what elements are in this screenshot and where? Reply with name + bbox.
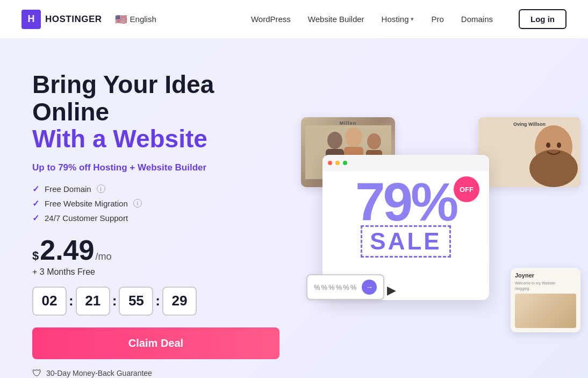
joyner-image xyxy=(515,294,576,328)
timer-minutes: 21 xyxy=(76,287,110,316)
oving-image xyxy=(478,117,580,187)
off-badge: OFF xyxy=(454,176,479,202)
logo-icon: H xyxy=(21,10,41,29)
feature-domain: ✓ Free Domain i xyxy=(32,184,279,194)
price-block: $ 2.49 /mo xyxy=(32,236,279,264)
subline: Up to 79% off Hosting + Website Builder xyxy=(32,162,279,173)
timer-sep3: : xyxy=(155,293,160,309)
card-topbar xyxy=(322,155,489,171)
timer-hours: 02 xyxy=(32,287,67,316)
card-oving-inner: Oving Willson xyxy=(478,117,580,187)
discount-pct: 79% xyxy=(58,162,76,173)
countdown-timer: 02 : 21 : 55 : 29 xyxy=(32,287,279,316)
check-icon: ✓ xyxy=(32,198,39,209)
svg-point-9 xyxy=(529,149,578,187)
svg-point-1 xyxy=(327,132,342,149)
shield-icon: 🛡 xyxy=(32,368,42,378)
language-label: English xyxy=(130,15,156,24)
price-mo: /mo xyxy=(95,251,111,262)
joyner-subtext: Welcome to my Websiteblogging. xyxy=(515,281,576,291)
card-oving-label: Oving Willson xyxy=(513,122,546,127)
card-millen-label: Millen xyxy=(340,120,357,126)
headline-line1: Bring Your Idea Online xyxy=(32,71,279,125)
card-input-row[interactable]: %%%%%% → xyxy=(306,274,384,300)
card-oving: Oving Willson xyxy=(478,117,580,187)
timer-sep1: : xyxy=(69,293,74,309)
logo-text: HOSTINGER xyxy=(45,14,102,25)
check-icon: ✓ xyxy=(32,184,39,194)
svg-point-3 xyxy=(345,127,362,147)
input-placeholder: %%%%%% xyxy=(314,283,357,291)
svg-point-11 xyxy=(557,142,561,148)
chevron-down-icon: ▾ xyxy=(411,16,414,23)
arrow-button[interactable]: → xyxy=(362,280,377,295)
nav-website-builder[interactable]: Website Builder xyxy=(308,15,364,24)
feature-migration: ✓ Free Website Migration i xyxy=(32,198,279,209)
nav-wordpress[interactable]: WordPress xyxy=(251,15,291,24)
cursor-icon: ▶ xyxy=(387,283,396,297)
price-free-months: + 3 Months Free xyxy=(32,267,279,277)
login-button[interactable]: Log in xyxy=(519,9,567,29)
hero-left: Bring Your Idea Online With a Website Up… xyxy=(32,71,279,378)
claim-deal-button[interactable]: Claim Deal xyxy=(32,327,279,359)
nav-domains[interactable]: Domains xyxy=(461,15,493,24)
check-icon: ✓ xyxy=(32,213,39,223)
navbar: H HOSTINGER 🇺🇸 English WordPress Website… xyxy=(0,0,588,39)
svg-point-5 xyxy=(367,133,381,149)
hero-right: Millen xyxy=(279,117,580,332)
feature-support: ✓ 24/7 Customer Support xyxy=(32,213,279,223)
dot-red xyxy=(328,161,332,165)
language-selector[interactable]: 🇺🇸 English xyxy=(115,13,156,25)
price-main: 2.49 xyxy=(40,236,94,264)
card-joyner: Joyner Welcome to my Websiteblogging. xyxy=(511,268,580,332)
card-sale-body: OFF 79% SALE xyxy=(322,171,489,263)
dot-green xyxy=(343,161,347,165)
logo[interactable]: H HOSTINGER xyxy=(21,10,102,29)
price-dollar: $ xyxy=(32,249,39,263)
headline-line2: With a Website xyxy=(32,125,279,153)
timer-seconds: 55 xyxy=(119,287,153,316)
info-icon-domain[interactable]: i xyxy=(97,184,105,193)
visual-wrap: Millen xyxy=(279,117,580,332)
dot-yellow xyxy=(335,161,340,165)
timer-frames: 29 xyxy=(162,287,197,316)
timer-sep2: : xyxy=(112,293,117,309)
nav-links: WordPress Website Builder Hosting ▾ Pro … xyxy=(251,9,567,29)
guarantee-row: 🛡 30-Day Money-Back Guarantee xyxy=(32,368,279,378)
joyner-label: Joyner xyxy=(515,272,576,279)
nav-pro[interactable]: Pro xyxy=(431,15,443,24)
discount-number: 79% xyxy=(355,176,456,227)
svg-point-10 xyxy=(546,142,550,148)
info-icon-migration[interactable]: i xyxy=(133,199,142,208)
flag-icon: 🇺🇸 xyxy=(115,13,127,25)
feature-list: ✓ Free Domain i ✓ Free Website Migration… xyxy=(32,184,279,223)
guarantee-text: 30-Day Money-Back Guarantee xyxy=(46,369,152,377)
nav-hosting[interactable]: Hosting ▾ xyxy=(382,15,414,24)
hero-section: Bring Your Idea Online With a Website Up… xyxy=(0,39,588,378)
